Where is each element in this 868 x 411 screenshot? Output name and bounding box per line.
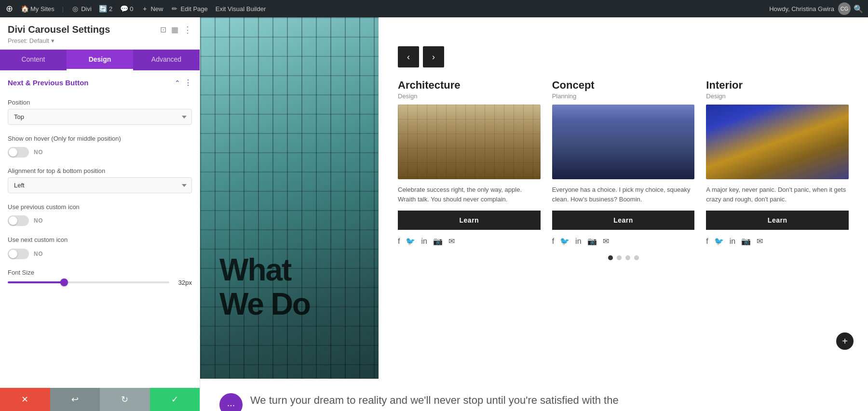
sidebar-header: Divi Carousel Settings ⊡ ▦ ⋮ Preset: Def… <box>0 17 200 50</box>
dot-2[interactable] <box>617 255 622 260</box>
exit-builder-link[interactable]: Exit Visual Builder <box>216 5 266 13</box>
card-concept: Concept Planning Everyone has a choice. … <box>552 79 695 246</box>
card-2-subtitle: Planning <box>552 93 695 100</box>
card-3-title: Interior <box>706 79 849 92</box>
card-interior: Interior Design A major key, never panic… <box>706 79 849 246</box>
updates-icon: 🔄 <box>99 5 107 13</box>
hero-text: What We Do <box>219 253 310 321</box>
window-icon[interactable]: ⊡ <box>160 25 166 34</box>
updates-link[interactable]: 🔄 2 <box>99 5 112 13</box>
more-options-icon[interactable]: ⋮ <box>183 25 192 35</box>
section-options-icon[interactable]: ⋮ <box>184 78 192 87</box>
font-size-label: Font Size <box>8 269 192 276</box>
toggle-knob-prev <box>9 216 17 225</box>
carousel-dots <box>398 255 849 260</box>
divi-link[interactable]: ◎ Divi <box>71 5 92 13</box>
card-1-image <box>398 105 541 179</box>
cards-row: Architecture Design Celebrate success ri… <box>398 79 849 246</box>
comments-link[interactable]: 💬 0 <box>120 5 133 13</box>
card-3-learn-button[interactable]: Learn <box>706 211 849 230</box>
dot-4[interactable] <box>634 255 639 260</box>
prev-icon-group: Use previous custom icon NO <box>8 203 192 226</box>
toggle-knob-next <box>9 250 17 258</box>
card-3-image <box>706 105 849 179</box>
tab-advanced[interactable]: Advanced <box>133 50 200 70</box>
card-3-subtitle: Design <box>706 93 849 100</box>
font-size-value: 32px <box>175 279 192 286</box>
section-title: Next & Previous Button <box>8 79 89 87</box>
facebook-icon-2[interactable]: f <box>552 237 554 246</box>
section-header: Next & Previous Button ⌃ ⋮ <box>8 78 192 91</box>
next-icon-toggle-row: NO <box>8 249 192 259</box>
email-icon[interactable]: ✉ <box>448 237 455 246</box>
cancel-button[interactable]: ✕ <box>0 388 50 411</box>
next-icon-label: Use next custom icon <box>8 236 192 244</box>
preset-dropdown[interactable]: Preset: Default ▾ <box>8 37 192 44</box>
topbar-right: Howdy, Christina Gwira CG 🔍 <box>769 2 862 15</box>
edit-icon: ✏ <box>171 5 178 13</box>
linkedin-icon[interactable]: in <box>421 237 427 246</box>
sidebar-tabs: Content Design Advanced <box>0 50 200 70</box>
prev-icon-toggle[interactable] <box>8 215 29 226</box>
show-on-hover-group: Show on hover (Only for middle position)… <box>8 134 192 158</box>
facebook-icon-3[interactable]: f <box>706 237 708 246</box>
twitter-icon-2[interactable]: 🐦 <box>560 237 570 246</box>
show-on-hover-value: NO <box>34 149 43 156</box>
position-select[interactable]: Top Middle Bottom <box>8 109 192 125</box>
sidebar-content: Next & Previous Button ⌃ ⋮ Position Top … <box>0 70 200 388</box>
edit-page-link[interactable]: ✏ Edit Page <box>171 5 207 13</box>
next-arrow[interactable]: › <box>423 46 444 67</box>
section-controls: ⌃ ⋮ <box>175 78 192 87</box>
alignment-select[interactable]: Left Center Right <box>8 177 192 193</box>
add-section-button[interactable]: + <box>836 332 854 350</box>
card-2-title: Concept <box>552 79 695 92</box>
font-size-group: Font Size 32px <box>8 269 192 286</box>
my-sites-link[interactable]: 🏠 My Sites <box>21 5 54 13</box>
twitter-icon-3[interactable]: 🐦 <box>714 237 724 246</box>
dot-1[interactable] <box>608 255 613 260</box>
tab-design[interactable]: Design <box>67 50 133 70</box>
linkedin-icon-3[interactable]: in <box>730 237 735 246</box>
main-layout: Divi Carousel Settings ⊡ ▦ ⋮ Preset: Def… <box>0 17 868 411</box>
divi-icon: ◎ <box>71 5 79 13</box>
save-button[interactable]: ✓ <box>150 388 200 411</box>
show-on-hover-toggle[interactable] <box>8 147 29 158</box>
prev-arrow[interactable]: ‹ <box>398 46 419 67</box>
instagram-icon[interactable]: 📷 <box>433 237 443 246</box>
twitter-icon[interactable]: 🐦 <box>406 237 415 246</box>
alignment-label: Alignment for top & bottom position <box>8 167 192 174</box>
undo-button[interactable]: ↩ <box>50 388 100 411</box>
redo-button[interactable]: ↻ <box>100 388 150 411</box>
search-icon[interactable]: 🔍 <box>854 5 862 13</box>
card-1-description: Celebrate success right, the only way, a… <box>398 185 541 204</box>
linkedin-icon-2[interactable]: in <box>575 237 581 246</box>
slider-thumb[interactable] <box>60 278 68 286</box>
sidebar-title: Divi Carousel Settings <box>8 24 110 35</box>
font-size-slider-track[interactable] <box>8 281 169 283</box>
hero-section: What We Do ‹ › Architecture Design <box>200 17 868 379</box>
instagram-icon-2[interactable]: 📷 <box>587 237 597 246</box>
tab-content[interactable]: Content <box>0 50 67 70</box>
columns-icon[interactable]: ▦ <box>171 25 178 34</box>
building-image <box>200 17 379 379</box>
position-group: Position Top Middle Bottom <box>8 99 192 125</box>
collapse-icon[interactable]: ⌃ <box>175 79 180 87</box>
prev-icon-value: NO <box>34 217 43 224</box>
email-icon-2[interactable]: ✉ <box>603 237 609 246</box>
instagram-icon-3[interactable]: 📷 <box>741 237 751 246</box>
carousel-nav: ‹ › <box>398 46 849 67</box>
next-icon-group: Use next custom icon NO <box>8 236 192 259</box>
prev-icon-label: Use previous custom icon <box>8 203 192 212</box>
next-icon-toggle[interactable] <box>8 249 29 259</box>
dot-3[interactable] <box>625 255 630 260</box>
facebook-icon[interactable]: f <box>398 237 400 246</box>
card-2-socials: f 🐦 in 📷 ✉ <box>552 237 695 246</box>
card-1-learn-button[interactable]: Learn <box>398 211 541 230</box>
card-2-learn-button[interactable]: Learn <box>552 211 695 230</box>
card-1-title: Architecture <box>398 79 541 92</box>
avatar[interactable]: CG <box>838 2 851 15</box>
user-greeting: Howdy, Christina Gwira <box>769 5 834 13</box>
email-icon-3[interactable]: ✉ <box>757 237 763 246</box>
wordpress-icon[interactable]: ⊕ <box>6 3 13 14</box>
new-link[interactable]: + New <box>141 5 163 13</box>
